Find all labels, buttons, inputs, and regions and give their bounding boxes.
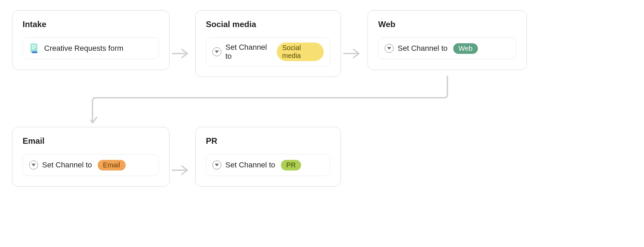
card-title: Social media	[206, 20, 330, 29]
card-title: PR	[206, 136, 330, 146]
card-email[interactable]: Email Set Channel to Email	[12, 127, 170, 187]
social-inner-row[interactable]: Set Channel to Social media	[206, 37, 330, 66]
card-intake[interactable]: Intake Creative Requests form	[12, 10, 170, 70]
action-prefix-text: Set Channel to	[398, 44, 448, 53]
card-web[interactable]: Web Set Channel to Web	[368, 10, 527, 70]
form-icon	[29, 43, 40, 54]
chip-social-media[interactable]: Social media	[277, 43, 324, 61]
intake-inner-text: Creative Requests form	[44, 44, 123, 53]
action-prefix-text: Set Channel to	[225, 43, 271, 61]
action-prefix-text: Set Channel to	[225, 161, 275, 169]
svg-rect-3	[32, 48, 35, 49]
connector-web-to-email	[90, 75, 450, 130]
card-pr[interactable]: PR Set Channel to PR	[195, 127, 341, 187]
arrow-email-to-pr	[172, 165, 192, 176]
card-title: Email	[23, 136, 159, 146]
svg-rect-2	[32, 47, 36, 48]
chip-web[interactable]: Web	[453, 43, 478, 54]
svg-rect-1	[32, 45, 36, 46]
action-prefix-text: Set Channel to	[42, 161, 92, 169]
card-social[interactable]: Social media Set Channel to Social media	[195, 10, 341, 77]
pr-inner-row[interactable]: Set Channel to PR	[206, 154, 330, 176]
chip-pr[interactable]: PR	[281, 160, 301, 170]
web-inner-row[interactable]: Set Channel to Web	[378, 37, 516, 59]
caret-down-icon	[29, 161, 38, 169]
chip-email[interactable]: Email	[98, 160, 126, 170]
arrow-intake-to-social	[172, 48, 192, 59]
caret-down-icon	[385, 44, 394, 53]
svg-rect-4	[32, 51, 37, 53]
card-title: Web	[378, 20, 516, 29]
caret-down-icon	[212, 161, 221, 169]
arrow-social-to-web	[343, 48, 364, 59]
card-title: Intake	[23, 20, 159, 29]
caret-down-icon	[212, 47, 221, 56]
email-inner-row[interactable]: Set Channel to Email	[23, 154, 159, 176]
svg-marker-9	[32, 164, 36, 166]
svg-marker-8	[387, 47, 391, 50]
intake-inner-row[interactable]: Creative Requests form	[23, 37, 159, 59]
svg-marker-11	[215, 164, 219, 166]
svg-rect-0	[30, 44, 37, 52]
svg-marker-6	[215, 50, 219, 53]
